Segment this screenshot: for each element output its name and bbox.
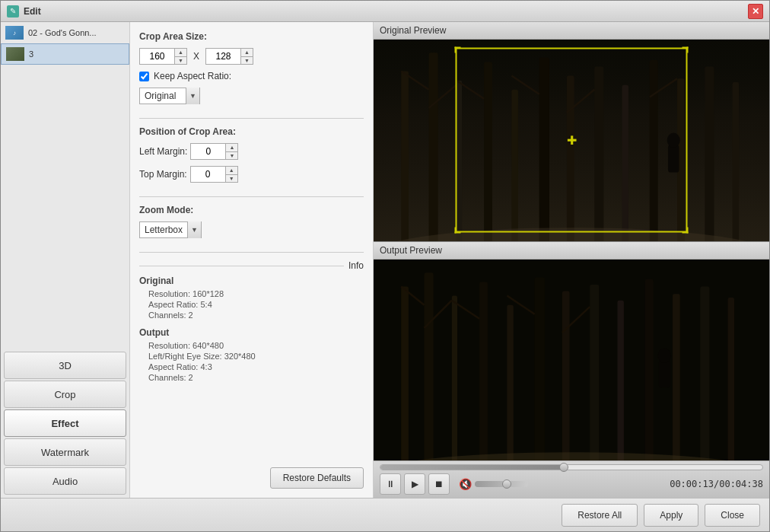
height-down-arrow[interactable]: ▼ bbox=[241, 57, 253, 65]
svg-rect-31 bbox=[562, 291, 570, 460]
progress-bar-fill bbox=[380, 465, 564, 470]
width-arrows: ▲ ▼ bbox=[174, 49, 186, 64]
center-panel: Crop Area Size: ▲ ▼ X ▲ ▼ bbox=[130, 22, 374, 498]
list-item[interactable]: ♪ 02 - God's Gonn... bbox=[1, 22, 129, 43]
original-preview-area: ✚ bbox=[374, 40, 769, 241]
title-bar: ✎ Edit ✕ bbox=[1, 1, 769, 22]
left-margin-input[interactable] bbox=[191, 144, 225, 159]
volume-thumb[interactable] bbox=[502, 479, 511, 489]
info-output-aspect: Aspect Ratio: 4:3 bbox=[139, 362, 364, 371]
restore-all-button[interactable]: Restore All bbox=[562, 504, 638, 527]
time-display: 00:00:13/00:04:38 bbox=[670, 479, 763, 489]
keep-aspect-checkbox[interactable] bbox=[139, 72, 149, 81]
volume-area: 🔇 bbox=[459, 478, 528, 490]
stop-button[interactable]: ⏹ bbox=[428, 473, 450, 495]
divider1 bbox=[139, 118, 364, 119]
list-item[interactable]: 3 bbox=[1, 43, 129, 65]
info-output: Output Resolution: 640*480 Left/Right Ey… bbox=[139, 327, 364, 384]
file-thumb-music: ♪ bbox=[5, 26, 24, 40]
height-spinner[interactable]: ▲ ▼ bbox=[205, 48, 253, 65]
svg-point-23 bbox=[667, 133, 680, 148]
width-input[interactable] bbox=[140, 49, 174, 64]
main-window: ✎ Edit ✕ ♪ 02 - God's Gonn... 3 3D Crop … bbox=[0, 0, 770, 532]
player-bar: ⏸ ▶ ⏹ 🔇 00:00:13/00:04:38 bbox=[374, 460, 769, 498]
progress-thumb[interactable] bbox=[559, 463, 568, 472]
svg-rect-33 bbox=[617, 300, 623, 460]
info-original-channels: Channels: 2 bbox=[139, 311, 364, 320]
svg-rect-26 bbox=[425, 272, 434, 460]
zoom-mode-dropdown[interactable]: Letterbox ▼ bbox=[139, 221, 202, 238]
width-down-arrow[interactable]: ▼ bbox=[175, 57, 186, 65]
keep-aspect-row: Keep Aspect Ratio: bbox=[139, 71, 364, 81]
original-preview-bg bbox=[374, 40, 769, 241]
svg-rect-5 bbox=[484, 62, 492, 241]
info-original: Original Resolution: 160*128 Aspect Rati… bbox=[139, 276, 364, 321]
crop-size-row: ▲ ▼ X ▲ ▼ bbox=[139, 48, 364, 65]
top-margin-row: Top Margin: ▲ ▼ bbox=[139, 166, 364, 183]
svg-rect-7 bbox=[539, 57, 549, 241]
zoom-mode-value: Letterbox bbox=[140, 225, 187, 235]
top-margin-spinner[interactable]: ▲ ▼ bbox=[190, 166, 238, 183]
close-button[interactable]: Close bbox=[705, 504, 760, 527]
height-input[interactable] bbox=[206, 49, 240, 64]
top-margin-input[interactable] bbox=[191, 167, 225, 182]
info-output-title: Output bbox=[139, 327, 364, 338]
play-button[interactable]: ▶ bbox=[404, 473, 425, 495]
aspect-preset-dropdown[interactable]: Original ▼ bbox=[139, 88, 200, 104]
left-margin-down[interactable]: ▼ bbox=[226, 152, 237, 160]
output-preview-bg bbox=[374, 260, 769, 461]
zoom-mode-arrow: ▼ bbox=[187, 221, 201, 238]
info-output-resolution: Resolution: 640*480 bbox=[139, 341, 364, 350]
height-up-arrow[interactable]: ▲ bbox=[241, 49, 253, 57]
svg-rect-35 bbox=[673, 294, 680, 460]
svg-rect-37 bbox=[728, 298, 734, 460]
width-up-arrow[interactable]: ▲ bbox=[175, 49, 186, 57]
output-preview-section: Output Preview bbox=[374, 242, 769, 461]
svg-rect-14 bbox=[733, 82, 739, 241]
svg-rect-36 bbox=[700, 286, 709, 460]
tab-crop[interactable]: Crop bbox=[4, 381, 126, 408]
svg-rect-9 bbox=[594, 67, 603, 241]
tab-audio[interactable]: Audio bbox=[4, 467, 126, 495]
info-original-aspect: Aspect Ratio: 5:4 bbox=[139, 300, 364, 309]
height-arrows: ▲ ▼ bbox=[240, 49, 253, 64]
svg-rect-3 bbox=[429, 53, 438, 241]
volume-slider[interactable] bbox=[475, 481, 528, 487]
svg-rect-8 bbox=[567, 76, 574, 241]
svg-rect-29 bbox=[507, 304, 513, 460]
svg-rect-10 bbox=[622, 85, 628, 241]
svg-rect-2 bbox=[401, 72, 409, 241]
restore-defaults-area: Restore Defaults bbox=[139, 460, 364, 489]
svg-rect-28 bbox=[479, 282, 488, 460]
restore-defaults-button[interactable]: Restore Defaults bbox=[270, 467, 364, 489]
top-margin-down[interactable]: ▼ bbox=[226, 175, 237, 183]
width-spinner[interactable]: ▲ ▼ bbox=[139, 48, 187, 65]
info-output-eye-size: Left/Right Eye Size: 320*480 bbox=[139, 352, 364, 361]
left-margin-spinner[interactable]: ▲ ▼ bbox=[190, 143, 238, 160]
top-margin-arrows: ▲ ▼ bbox=[225, 167, 237, 182]
window-close-button[interactable]: ✕ bbox=[748, 4, 763, 19]
original-preview-section: Original Preview bbox=[374, 22, 769, 242]
pause-button[interactable]: ⏸ bbox=[380, 473, 401, 495]
svg-rect-13 bbox=[705, 67, 714, 241]
file-thumb-video bbox=[6, 47, 24, 61]
bottom-bar: Restore All Apply Close bbox=[1, 498, 769, 531]
tab-3d[interactable]: 3D bbox=[4, 352, 126, 379]
divider3 bbox=[139, 252, 364, 253]
output-preview-area bbox=[374, 260, 769, 461]
svg-rect-32 bbox=[590, 285, 599, 460]
controls-row: ⏸ ▶ ⏹ 🔇 00:00:13/00:04:38 bbox=[380, 473, 763, 495]
svg-rect-27 bbox=[452, 295, 457, 460]
x-separator: X bbox=[193, 51, 199, 62]
position-label: Position of Crop Area: bbox=[139, 126, 364, 137]
progress-bar[interactable] bbox=[380, 464, 763, 470]
tab-effect[interactable]: Effect bbox=[4, 409, 126, 437]
top-margin-label: Top Margin: bbox=[139, 169, 187, 180]
info-divider-label: Info bbox=[348, 260, 364, 271]
file-name: 02 - God's Gonn... bbox=[28, 28, 97, 37]
left-margin-up[interactable]: ▲ bbox=[226, 144, 237, 152]
tab-watermark[interactable]: Watermark bbox=[4, 438, 126, 466]
volume-icon: 🔇 bbox=[459, 478, 472, 490]
top-margin-up[interactable]: ▲ bbox=[226, 167, 237, 175]
apply-button[interactable]: Apply bbox=[644, 504, 698, 527]
